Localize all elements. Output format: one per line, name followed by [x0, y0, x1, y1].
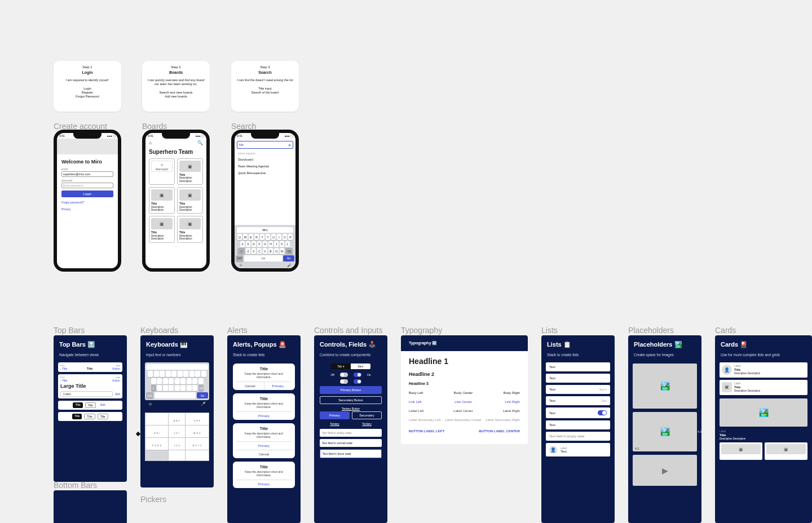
key-g[interactable]: G: [175, 378, 180, 384]
key-x[interactable]: X: [163, 385, 168, 391]
frame-keyboards[interactable]: Keyboards 🎹 Input text or numbers Miro Q…: [140, 335, 214, 487]
key-z[interactable]: Z: [157, 385, 162, 391]
phone-create-account[interactable]: 9:41●●● ▢ Welcome to Miro email superher…: [54, 130, 121, 272]
recent-item[interactable]: Team Meeting Agenda: [235, 163, 295, 170]
emoji-icon[interactable]: ☺: [239, 263, 242, 267]
list-row[interactable]: TextText: [546, 396, 610, 405]
home-icon[interactable]: ⌂: [149, 140, 152, 145]
key-k[interactable]: K: [192, 378, 197, 384]
key-o[interactable]: O: [283, 234, 288, 240]
password-input[interactable]: Enter password: [61, 183, 113, 188]
key-o[interactable]: O: [195, 371, 200, 377]
switch-on[interactable]: [354, 379, 361, 384]
key-v[interactable]: V: [175, 385, 180, 391]
action-link[interactable]: Action: [112, 367, 120, 370]
tertiary-button[interactable]: Tertiary Button: [320, 406, 382, 411]
mic-icon[interactable]: 🎤: [201, 402, 206, 406]
key-a[interactable]: A: [240, 241, 245, 247]
step-card-3[interactable]: Step 3 Search I can find the board I nee…: [231, 61, 299, 112]
key-⌫[interactable]: ⌫: [285, 248, 293, 254]
key-⇧[interactable]: ⇧: [151, 385, 156, 391]
key-m[interactable]: M: [192, 385, 197, 391]
numkey-8[interactable]: 8T U V: [169, 438, 186, 450]
key-c[interactable]: C: [169, 385, 174, 391]
numkey-9[interactable]: 9W X Y Z: [186, 438, 209, 450]
numkey-3[interactable]: 3D E F: [186, 413, 209, 426]
mini-card[interactable]: ▣Title: [720, 442, 762, 460]
link[interactable]: Link Center: [454, 400, 472, 404]
clear-icon[interactable]: ✕: [288, 143, 291, 147]
segment[interactable]: Title: [84, 414, 95, 419]
switch-on[interactable]: [354, 373, 361, 377]
segment[interactable]: Title: [85, 402, 96, 408]
board-tile[interactable]: ▣TitleDescription Description: [149, 187, 175, 214]
key-⇧[interactable]: ⇧: [237, 248, 245, 254]
search-icon[interactable]: 🔍: [197, 140, 203, 145]
key-t[interactable]: T: [171, 371, 176, 377]
key-q[interactable]: Q: [148, 371, 153, 377]
key-s[interactable]: S: [157, 378, 162, 384]
key-f[interactable]: F: [257, 241, 262, 247]
frame-top-bars[interactable]: Top Bars 🔝 Navigate between views 9:41●●…: [54, 335, 127, 482]
board-tile[interactable]: ▣TitleDescription Description: [177, 216, 203, 242]
key-k[interactable]: K: [280, 241, 285, 247]
text-field-focus[interactable]: Text field in focus state: [320, 449, 382, 458]
tertiary-link[interactable]: Tertiary: [320, 421, 350, 427]
list-row[interactable]: Text›: [546, 374, 610, 383]
card-row[interactable]: 👤 LabelTitleDescription Description: [720, 362, 807, 378]
segment-active[interactable]: Title: [73, 402, 82, 408]
key-y[interactable]: Y: [266, 234, 271, 240]
frame-typography[interactable]: Typography 🔤 Headline 1 Headline 2 Headl…: [401, 335, 528, 444]
key-f[interactable]: F: [169, 378, 174, 384]
segment[interactable]: Edit: [98, 402, 108, 408]
key-go[interactable]: Go: [197, 392, 208, 398]
key-d[interactable]: D: [163, 378, 168, 384]
list-row-avatar[interactable]: 👤LabelText: [546, 443, 610, 456]
edit-link[interactable]: Edit: [115, 392, 120, 396]
numkey-0[interactable]: 0: [169, 450, 186, 461]
login-button[interactable]: Login: [61, 190, 113, 197]
back-chevron-icon[interactable]: ‹ Title: [60, 379, 67, 382]
list-row-switch[interactable]: Text: [546, 407, 610, 418]
mic-icon[interactable]: 🎤: [287, 263, 291, 267]
new-board-tile[interactable]: ＋New board: [149, 158, 175, 185]
mini-card[interactable]: ▣Title: [765, 442, 807, 460]
phone-boards[interactable]: 9:41●●● ▢ ⌂ 🔍 Superhero Team ＋New board …: [142, 130, 210, 272]
key-⌫[interactable]: ⌫: [198, 385, 204, 391]
key-r[interactable]: R: [254, 234, 259, 240]
key-space[interactable]: 123: [244, 255, 283, 262]
segment[interactable]: Title: [98, 414, 108, 419]
key-space[interactable]: 123: [155, 392, 196, 398]
key-u[interactable]: U: [183, 371, 188, 377]
key-n[interactable]: N: [187, 385, 192, 391]
key-a[interactable]: A: [151, 378, 156, 384]
frame-lists[interactable]: Lists 📋 Stack to create lists Text Text›…: [541, 335, 615, 523]
email-input[interactable]: superhero@miro.com: [61, 171, 113, 177]
numkey-⌫[interactable]: ⌫: [186, 450, 209, 461]
secondary-button[interactable]: Secondary Button: [320, 396, 382, 404]
switch-off[interactable]: [340, 373, 348, 377]
numkey-1[interactable]: 1: [145, 413, 169, 426]
key-b[interactable]: B: [268, 248, 273, 254]
numkey-2[interactable]: 2A B C: [169, 413, 186, 426]
link[interactable]: Link Left: [409, 400, 422, 404]
numkey-4[interactable]: 4G H I: [145, 426, 169, 438]
key-h[interactable]: H: [268, 241, 273, 247]
key-c[interactable]: C: [257, 248, 262, 254]
tertiary-link[interactable]: Tertiary: [352, 421, 382, 427]
card-row[interactable]: ▣ LabelTitleDescription Description: [720, 380, 807, 395]
switch-on[interactable]: [598, 410, 607, 415]
key-go[interactable]: Go: [283, 255, 294, 262]
search-field[interactable]: Mir ✕: [237, 141, 293, 149]
list-row[interactable]: Text: [546, 420, 610, 429]
board-tile[interactable]: ▣TitleDescription Description: [177, 158, 203, 185]
text-field-normal[interactable]: Text field in normal state: [320, 439, 382, 447]
link[interactable]: Link Right: [505, 400, 520, 404]
list-row-placeholder[interactable]: Text field in empty state: [546, 432, 610, 441]
key-x[interactable]: X: [251, 248, 257, 254]
frame-alerts[interactable]: Alerts, Popups 🚨 Stack to create lists T…: [227, 335, 301, 523]
key-q[interactable]: Q: [237, 234, 242, 240]
recent-item[interactable]: Quick Retrospective: [235, 170, 295, 176]
keyboard-suggestion[interactable]: Miro: [237, 227, 293, 233]
key-n[interactable]: N: [274, 248, 279, 254]
